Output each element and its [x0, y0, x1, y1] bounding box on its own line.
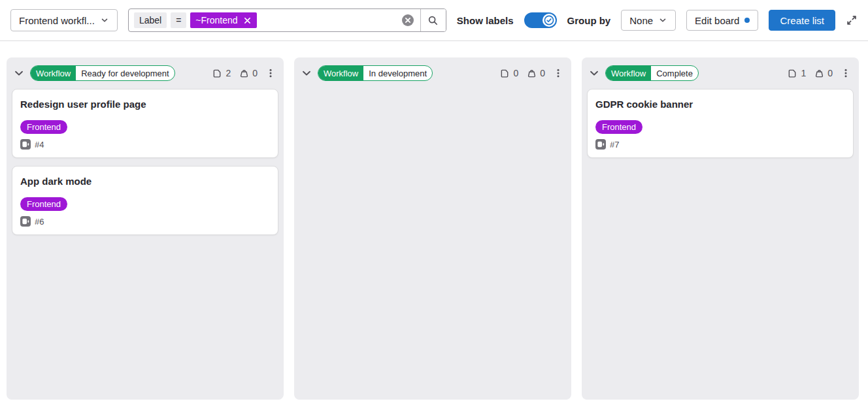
collapse-list-button[interactable]: [13, 67, 25, 79]
list-menu-button[interactable]: [841, 68, 851, 78]
list-name: In development: [363, 66, 432, 80]
list-scope: Workflow: [318, 66, 363, 80]
list-header: Workflow In development 0 0: [294, 57, 571, 86]
list-scoped-label[interactable]: Workflow Ready for development: [30, 65, 175, 81]
issue-type-icon: [20, 216, 31, 227]
list-scope: Workflow: [31, 66, 76, 80]
remove-token-icon[interactable]: [243, 16, 252, 25]
label-pill[interactable]: Frontend: [20, 197, 67, 211]
label-pill[interactable]: Frontend: [595, 120, 643, 134]
board: Workflow Ready for development 2 0 Re: [0, 41, 868, 400]
card-footer: #4: [20, 139, 270, 150]
chevron-down-icon: [588, 67, 600, 79]
search-icon: [427, 15, 439, 26]
list-issue-count: 0: [513, 68, 518, 78]
weight-icon: [814, 69, 824, 78]
list-header: Workflow Ready for development 2 0: [7, 57, 284, 86]
toggle-check-icon: [542, 14, 556, 27]
list-scope: Workflow: [606, 66, 651, 80]
filter-token-value[interactable]: ~Frontend: [190, 12, 256, 28]
board-list: Workflow In development 0 0: [294, 57, 571, 400]
card-labels: Frontend: [20, 120, 270, 134]
list-counts: 1 0: [788, 68, 833, 78]
list-cards: [294, 86, 571, 94]
chevron-down-icon: [658, 16, 667, 25]
group-by-value: None: [629, 15, 653, 26]
issue-card[interactable]: GDPR cookie banner Frontend #7: [587, 89, 854, 158]
card-ref: #7: [610, 140, 619, 150]
list-weight: 0: [827, 68, 833, 78]
card-ref: #6: [35, 217, 44, 227]
filter-token-key[interactable]: Label: [134, 12, 167, 28]
list-menu-button[interactable]: [553, 68, 563, 78]
list-counts: 0 0: [500, 68, 545, 78]
ellipsis-v-icon: [553, 68, 563, 78]
issue-card[interactable]: App dark mode Frontend #6: [12, 166, 278, 235]
edit-board-label: Edit board: [695, 15, 739, 26]
card-footer: #7: [595, 139, 845, 150]
card-labels: Frontend: [595, 120, 845, 134]
board-list: Workflow Ready for development 2 0 Re: [7, 57, 284, 400]
list-name: Ready for development: [76, 66, 174, 80]
list-header: Workflow Complete 1 0: [582, 57, 859, 86]
filter-token-list[interactable]: Label = ~Frontend: [129, 9, 395, 31]
board-switcher-label: Frontend workfl...: [19, 15, 95, 26]
ellipsis-v-icon: [841, 68, 851, 78]
expand-icon: [846, 14, 858, 26]
list-weight: 0: [540, 68, 545, 78]
search-button[interactable]: [421, 9, 446, 31]
board-switcher-dropdown[interactable]: Frontend workfl...: [10, 9, 118, 31]
list-issue-count: 2: [225, 68, 231, 78]
group-by-dropdown[interactable]: None: [621, 10, 676, 31]
show-labels-toggle[interactable]: [524, 12, 557, 28]
create-list-button[interactable]: Create list: [769, 10, 835, 31]
issues-icon: [500, 69, 510, 78]
notification-dot: [744, 18, 750, 23]
filter-token-operator[interactable]: =: [171, 12, 186, 28]
card-title[interactable]: GDPR cookie banner: [595, 99, 845, 110]
chevron-down-icon: [301, 67, 312, 79]
card-ref: #4: [35, 140, 44, 150]
issues-icon: [788, 69, 797, 78]
group-by-label: Group by: [567, 15, 611, 26]
card-footer: #6: [20, 216, 270, 227]
create-list-label: Create list: [780, 15, 824, 26]
card-title[interactable]: Redesign user profile page: [20, 99, 270, 110]
list-counts: 2 0: [212, 68, 258, 78]
edit-board-button[interactable]: Edit board: [686, 10, 758, 31]
list-weight: 0: [252, 68, 258, 78]
clear-search-icon[interactable]: [395, 9, 420, 31]
label-pill[interactable]: Frontend: [20, 120, 67, 134]
issue-type-icon: [595, 139, 606, 150]
list-name: Complete: [651, 66, 698, 80]
issues-icon: [212, 69, 222, 78]
weight-icon: [239, 69, 249, 78]
list-cards: Redesign user profile page Frontend #4 A…: [7, 86, 284, 240]
board-list: Workflow Complete 1 0 GDPR cookie ban: [582, 57, 859, 400]
topbar: Frontend workfl... Label = ~Frontend Sho…: [0, 0, 868, 41]
expand-board-button[interactable]: [846, 14, 858, 26]
show-labels-label: Show labels: [457, 15, 514, 26]
chevron-down-icon: [100, 16, 109, 25]
ellipsis-v-icon: [265, 68, 276, 78]
list-scoped-label[interactable]: Workflow Complete: [605, 65, 699, 81]
card-labels: Frontend: [20, 197, 270, 211]
list-issue-count: 1: [801, 68, 806, 78]
card-title[interactable]: App dark mode: [20, 176, 270, 187]
filtered-search-bar[interactable]: Label = ~Frontend: [128, 8, 446, 32]
list-scoped-label[interactable]: Workflow In development: [318, 65, 433, 81]
collapse-list-button[interactable]: [301, 67, 312, 79]
list-menu-button[interactable]: [265, 68, 276, 78]
issue-card[interactable]: Redesign user profile page Frontend #4: [12, 89, 278, 158]
issue-type-icon: [20, 139, 31, 150]
collapse-list-button[interactable]: [588, 67, 600, 79]
filter-token-value-label: ~Frontend: [195, 15, 237, 25]
weight-icon: [527, 69, 537, 78]
list-cards: GDPR cookie banner Frontend #7: [582, 86, 859, 163]
chevron-down-icon: [13, 67, 25, 79]
